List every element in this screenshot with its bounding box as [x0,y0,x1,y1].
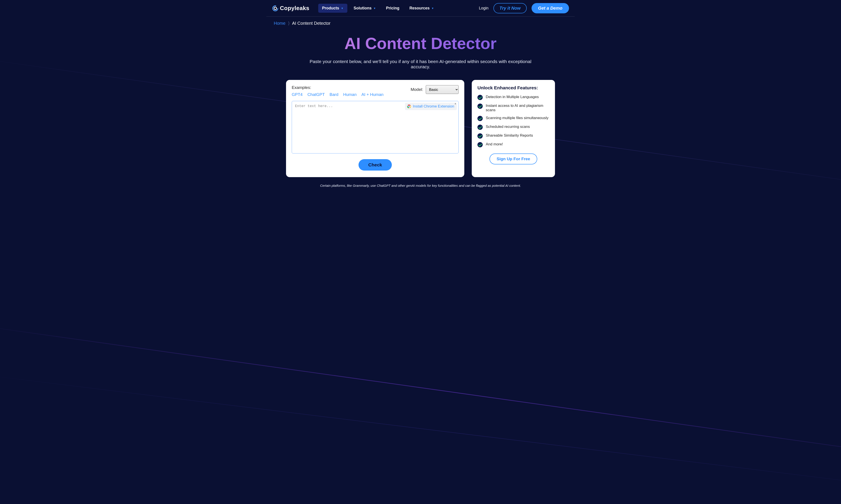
try-it-now-button[interactable]: Try it Now [494,3,527,13]
header: Copyleaks Products ▼ Solutions ▼ Pricing… [266,0,575,17]
nav-label: Solutions [354,6,372,11]
nav-label: Products [322,6,339,11]
primary-nav: Products ▼ Solutions ▼ Pricing Resources… [318,4,438,13]
sign-up-button[interactable]: Sign Up For Free [489,154,537,164]
svg-point-1 [274,7,276,10]
example-link-chatgpt[interactable]: ChatGPT [307,92,325,97]
feature-item: Shareable Similarity Reports [478,133,549,139]
feature-text: And more! [486,142,503,146]
feature-text: Shareable Similarity Reports [486,133,533,138]
examples-label: Examples: [292,85,383,90]
nav-item-resources[interactable]: Resources ▼ [406,4,438,13]
feature-text: Scanning multiple files simultaneously [486,116,549,120]
detector-card: Examples: GPT4 ChatGPT Bard Human AI + H… [286,80,464,177]
page-subtitle: Paste your content below, and we'll tell… [300,59,541,69]
chrome-extension-close[interactable]: x [455,102,456,105]
install-chrome-extension-button[interactable]: Install Chrome Extension x [405,103,457,110]
example-link-human[interactable]: Human [343,92,357,97]
brand-name: Copyleaks [280,5,309,12]
breadcrumb-separator: ⟩ [288,21,290,25]
check-icon [478,104,483,109]
chevron-down-icon: ▼ [373,7,376,10]
breadcrumb-home[interactable]: Home [274,21,285,25]
check-icon [478,125,483,130]
nav-item-products[interactable]: Products ▼ [318,4,347,13]
get-demo-button[interactable]: Get a Demo [532,3,569,13]
model-select[interactable]: Basic [426,85,459,94]
login-link[interactable]: Login [479,6,488,11]
chevron-down-icon: ▼ [341,7,344,10]
example-link-gpt4[interactable]: GPT4 [292,92,303,97]
footnote: Certain platforms, like Grammarly, use C… [300,184,541,192]
hero: AI Content Detector Paste your content b… [266,30,575,72]
example-link-ai-human[interactable]: AI + Human [361,92,383,97]
nav-label: Pricing [386,6,399,11]
feature-item: Detection in Multiple Languages [478,95,549,100]
brand-logo[interactable]: Copyleaks [272,5,309,12]
feature-text: Instant access to AI and plagiarism scan… [486,104,549,112]
model-label: Model: [411,87,423,92]
check-icon [478,116,483,121]
breadcrumb-current: AI Content Detector [292,21,330,25]
nav-label: Resources [409,6,429,11]
feature-text: Scheduled recurring scans [486,125,530,129]
feature-item: And more! [478,142,549,147]
chevron-down-icon: ▼ [431,7,434,10]
logo-icon [272,5,279,12]
nav-item-pricing[interactable]: Pricing [382,4,403,13]
chrome-icon [407,105,411,108]
feature-item: Scheduled recurring scans [478,125,549,130]
page-title: AI Content Detector [266,34,575,53]
chrome-extension-label: Install Chrome Extension [413,104,454,109]
nav-item-solutions[interactable]: Solutions ▼ [350,4,380,13]
example-link-bard[interactable]: Bard [329,92,338,97]
check-icon [478,95,483,100]
check-icon [478,133,483,139]
breadcrumb: Home ⟩ AI Content Detector [266,17,575,30]
check-button[interactable]: Check [359,159,392,170]
feature-item: Instant access to AI and plagiarism scan… [478,104,549,112]
check-icon [478,142,483,147]
svg-point-0 [273,6,278,11]
feature-item: Scanning multiple files simultaneously [478,116,549,121]
features-card: Unlock Enhanced Features: Detection in M… [472,80,555,177]
features-title: Unlock Enhanced Features: [478,85,549,90]
feature-text: Detection in Multiple Languages [486,95,539,99]
